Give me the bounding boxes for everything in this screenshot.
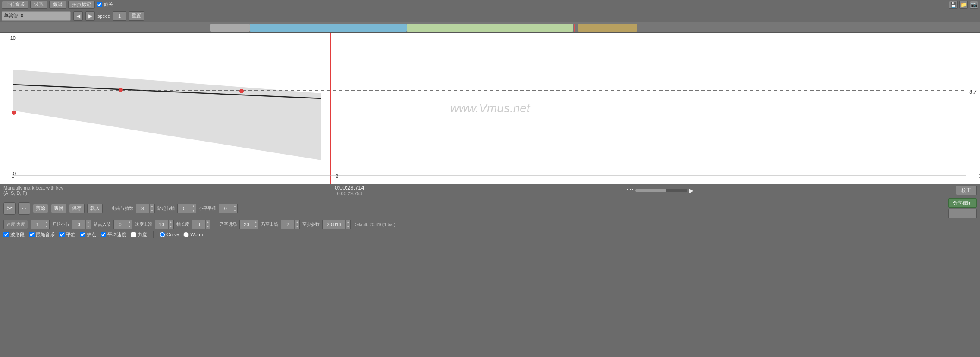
track-name-input[interactable]	[2, 11, 71, 21]
x-label-2: 2	[336, 174, 338, 179]
folder-icon-btn[interactable]: 📁	[959, 1, 968, 9]
import-btn[interactable]: 载入	[87, 204, 103, 213]
val3-input[interactable]	[114, 222, 127, 227]
val5-up[interactable]: ▲	[206, 220, 210, 224]
cb-waveform[interactable]	[3, 232, 9, 237]
save-btn[interactable]: 保存	[69, 204, 85, 213]
avg-down[interactable]: ▼	[232, 209, 237, 213]
cb-beat[interactable]	[80, 232, 85, 237]
val3-spinner[interactable]: ▲ ▼	[113, 220, 132, 229]
seg-gray	[210, 24, 250, 32]
split-screenshot-btn[interactable]: 分享截图	[948, 198, 977, 208]
avg-input[interactable]	[219, 206, 232, 211]
far-enter-down[interactable]: ▼	[253, 224, 258, 229]
save-icon-btn[interactable]: 💾	[949, 1, 958, 9]
correct-btn[interactable]: 校正	[956, 186, 977, 195]
cb-avg-speed-item: 平均速度	[101, 231, 126, 238]
far-exit-label: 乃至出场	[261, 221, 278, 227]
avg-arrows: ▲ ▼	[232, 204, 237, 213]
ref-spinner[interactable]: ▲ ▼	[322, 220, 351, 229]
val2-spinner[interactable]: ▲ ▼	[72, 220, 91, 229]
avg-spinner[interactable]: ▲ ▼	[219, 204, 238, 213]
start-down[interactable]: ▼	[191, 209, 196, 213]
top-right-icons: 💾 📁 📷	[949, 1, 978, 9]
start-bar-label: 开始小节	[52, 221, 69, 227]
val4-up[interactable]: ▲	[169, 220, 173, 224]
val3-down[interactable]: ▼	[127, 224, 132, 229]
val1-down[interactable]: ▼	[44, 224, 49, 229]
speed-input[interactable]	[113, 11, 126, 21]
ref-default-label: Default: 20.816(1 bar)	[353, 222, 395, 227]
cb-force[interactable]	[131, 232, 136, 237]
receive-btn[interactable]: 吸附	[51, 204, 66, 213]
speed-label: speed	[97, 13, 110, 19]
move-icon-btn[interactable]: ↔	[18, 202, 30, 215]
start-input[interactable]	[178, 206, 191, 211]
val3-up[interactable]: ▲	[127, 220, 132, 224]
far-enter-spinner[interactable]: ▲ ▼	[239, 220, 258, 229]
cb-avg-speed[interactable]	[101, 232, 106, 237]
waveform-slider[interactable]	[635, 189, 687, 192]
cut-btn[interactable]: 剪除	[33, 204, 48, 213]
x-axis: 1 2 3	[13, 174, 980, 182]
far-exit-up[interactable]: ▲	[295, 220, 299, 224]
beats-input[interactable]	[136, 206, 149, 211]
beats-spinner[interactable]: ▲ ▼	[136, 204, 155, 213]
mark-btn[interactable]: 抽点标记	[68, 1, 95, 9]
hint-line2: (A, S, D, F)	[3, 190, 72, 196]
next-btn[interactable]: ▶	[85, 11, 95, 21]
val5-down[interactable]: ▼	[206, 224, 210, 229]
val2-up[interactable]: ▲	[86, 220, 91, 224]
far-exit-input[interactable]	[281, 222, 294, 227]
camera-icon-btn[interactable]: 📷	[970, 1, 978, 9]
start-up[interactable]: ▲	[191, 204, 196, 209]
delete-icon-btn[interactable]: ✂	[3, 202, 16, 215]
far-exit-down[interactable]: ▼	[295, 224, 299, 229]
beats-down[interactable]: ▼	[150, 209, 154, 213]
far-enter-up[interactable]: ▲	[253, 220, 258, 224]
seg-gold	[578, 24, 637, 32]
radio-worm[interactable]	[183, 232, 189, 237]
avg-label: 小平平移	[199, 205, 216, 212]
far-exit-spinner[interactable]: ▲ ▼	[281, 220, 300, 229]
val2-input[interactable]	[72, 222, 85, 227]
val5-input[interactable]	[192, 222, 205, 227]
time-display-1: 0:00:28.714	[335, 184, 364, 191]
ref-down[interactable]: ▼	[346, 224, 350, 229]
far-enter-input[interactable]	[240, 222, 253, 227]
ref-up[interactable]: ▲	[346, 220, 350, 224]
cb-flat-item: 平准	[59, 231, 75, 238]
reset-btn[interactable]: 重置	[129, 11, 144, 21]
status-bar: Manually mark beat with key (A, S, D, F)…	[0, 184, 980, 196]
cb-follow[interactable]	[29, 232, 35, 237]
cb-flat[interactable]	[59, 232, 65, 237]
placeholder-btn	[948, 209, 977, 218]
radio-curve[interactable]	[160, 232, 165, 237]
waveform-btn[interactable]: 波形	[30, 1, 47, 9]
far-enter-label: 乃至进场	[220, 221, 237, 227]
prev-btn[interactable]: ◀	[73, 11, 83, 21]
val1-input[interactable]	[31, 222, 44, 227]
avg-up[interactable]: ▲	[232, 204, 237, 209]
val4-down[interactable]: ▼	[169, 224, 173, 229]
second-toolbar: ◀ ▶ speed 重置	[0, 9, 980, 22]
ref-input[interactable]	[323, 222, 345, 227]
val4-input[interactable]	[155, 222, 168, 227]
close-checkbox[interactable]	[97, 2, 102, 7]
cb-waveform-item: 波形段	[3, 231, 25, 238]
val5-spinner[interactable]: ▲ ▼	[192, 220, 211, 229]
val1-spinner[interactable]: ▲ ▼	[31, 220, 50, 229]
beats-up[interactable]: ▲	[150, 204, 154, 209]
start-spinner[interactable]: ▲ ▼	[177, 204, 196, 213]
x-label-1: 1	[12, 174, 14, 179]
timeline-strip	[0, 22, 980, 33]
upload-music-btn[interactable]: 上传音乐	[2, 1, 28, 9]
val2-down[interactable]: ▼	[86, 224, 91, 229]
val4-spinner[interactable]: ▲ ▼	[155, 220, 174, 229]
seg-green	[407, 24, 573, 32]
top-toolbar: 上传音乐 波形 频谱 抽点标记 截关 💾 📁 📷	[0, 0, 980, 9]
beats-label: 电击节拍数	[112, 205, 133, 212]
spectrum-btn[interactable]: 频谱	[49, 1, 66, 9]
cb-force-item: 力度	[131, 231, 147, 238]
val1-up[interactable]: ▲	[44, 220, 49, 224]
